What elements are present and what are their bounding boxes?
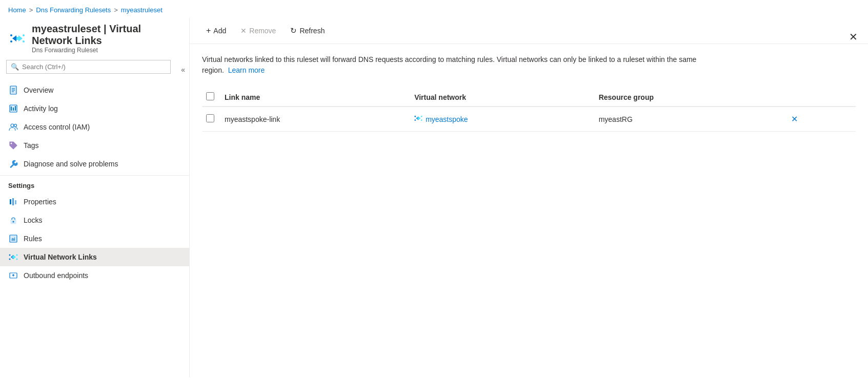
svg-point-15 <box>11 124 14 127</box>
tag-icon <box>8 140 18 151</box>
outbound-icon <box>8 270 18 281</box>
delete-cell: ✕ <box>783 107 856 132</box>
wrench-icon <box>8 159 18 169</box>
svg-rect-19 <box>12 198 14 205</box>
svg-point-31 <box>415 116 416 117</box>
svg-rect-13 <box>13 108 14 111</box>
svg-point-3 <box>23 34 25 36</box>
nav-items: Overview Activity log <box>0 81 189 377</box>
document-icon <box>8 85 18 95</box>
svg-text:ai: ai <box>11 237 15 242</box>
svg-point-28 <box>16 254 18 256</box>
vnet-link-icon <box>414 114 422 124</box>
select-all-header <box>202 88 220 107</box>
virtual-network-link[interactable]: myeastspoke <box>414 114 589 124</box>
sidebar-item-locks-label: Locks <box>24 216 43 224</box>
sidebar-item-outbound-endpoints[interactable]: Outbound endpoints <box>0 266 189 285</box>
sidebar-item-activity-log[interactable]: Activity log <box>0 99 189 118</box>
virtual-network-cell: myeastspoke <box>410 107 595 132</box>
sidebar-item-rules[interactable]: ai Rules <box>0 229 189 248</box>
activity-icon <box>8 103 18 114</box>
sidebar-item-vnet-links-label: Virtual Network Links <box>24 253 97 261</box>
remove-button[interactable]: ✕ Remove <box>234 24 282 38</box>
sidebar-item-outbound-label: Outbound endpoints <box>24 271 88 280</box>
search-input[interactable] <box>22 63 166 71</box>
resource-group-cell: myeastRG <box>595 107 783 132</box>
sidebar-item-rules-label: Rules <box>24 235 42 243</box>
resource-name: myeastruleset | Virtual Network Links <box>32 23 181 47</box>
resource-icon <box>8 29 27 48</box>
close-button[interactable]: ✕ <box>849 31 858 43</box>
lock-icon <box>8 215 18 225</box>
rules-icon: ai <box>8 234 18 244</box>
delete-row-button[interactable]: ✕ <box>787 112 802 126</box>
breadcrumb: Home > Dns Forwarding Rulesets > myeastr… <box>0 0 868 18</box>
svg-point-1 <box>10 34 12 36</box>
svg-point-26 <box>9 254 11 256</box>
main-content: + Add ✕ Remove ↻ Refresh Virtual network… <box>190 18 868 377</box>
sidebar-item-properties-label: Properties <box>24 198 56 206</box>
svg-rect-14 <box>15 106 16 111</box>
virtual-network-header: Virtual network <box>410 88 595 107</box>
svg-point-2 <box>10 40 12 43</box>
row-checkbox-cell <box>202 107 220 132</box>
svg-point-32 <box>415 119 416 121</box>
sidebar-item-virtual-network-links[interactable]: Virtual Network Links <box>0 248 189 266</box>
toolbar: + Add ✕ Remove ↻ Refresh <box>190 18 868 44</box>
resource-title: myeastruleset | Virtual Network Links Dn… <box>32 23 181 54</box>
svg-point-22 <box>13 221 14 223</box>
content-area: Virtual networks linked to this ruleset … <box>190 44 868 377</box>
link-name-cell: myeastspoke-link <box>220 107 410 132</box>
link-name-header: Link name <box>220 88 410 107</box>
settings-section-label: Settings <box>0 175 189 193</box>
sidebar-item-diagnose[interactable]: Diagnose and solve problems <box>0 155 189 173</box>
sidebar-item-overview[interactable]: Overview <box>0 81 189 99</box>
breadcrumb-dns-rulesets[interactable]: Dns Forwarding Rulesets <box>36 6 111 14</box>
remove-icon: ✕ <box>240 27 247 35</box>
properties-icon <box>8 197 18 207</box>
sidebar-header: myeastruleset | Virtual Network Links Dn… <box>0 18 189 60</box>
search-icon: 🔍 <box>11 63 19 71</box>
sidebar-item-tags-label: Tags <box>24 141 39 150</box>
svg-rect-18 <box>10 199 11 204</box>
learn-more-link[interactable]: Learn more <box>228 66 265 74</box>
sidebar: myeastruleset | Virtual Network Links Dn… <box>0 18 190 377</box>
row-checkbox[interactable] <box>206 114 214 122</box>
breadcrumb-current[interactable]: myeastruleset <box>121 6 163 14</box>
svg-point-33 <box>421 116 422 117</box>
search-box[interactable]: 🔍 <box>6 60 171 74</box>
table-row: myeastspoke-link <box>202 107 856 132</box>
people-icon <box>8 122 18 132</box>
sidebar-item-tags[interactable]: Tags <box>0 136 189 155</box>
select-all-checkbox[interactable] <box>206 92 214 100</box>
svg-point-29 <box>16 259 18 260</box>
svg-point-16 <box>14 124 17 127</box>
sidebar-item-diagnose-label: Diagnose and solve problems <box>24 160 118 168</box>
info-text: Virtual networks linked to this ruleset … <box>202 54 715 76</box>
resource-group-header: Resource group <box>595 88 783 107</box>
breadcrumb-home[interactable]: Home <box>8 6 26 14</box>
sidebar-item-properties[interactable]: Properties <box>0 193 189 211</box>
sidebar-item-iam-label: Access control (IAM) <box>24 123 90 131</box>
actions-header <box>783 88 856 107</box>
svg-rect-12 <box>11 107 12 111</box>
svg-point-17 <box>11 143 12 144</box>
resource-subtitle: Dns Forwarding Ruleset <box>32 47 181 54</box>
collapse-button[interactable]: « <box>177 63 189 76</box>
sidebar-item-locks[interactable]: Locks <box>0 211 189 229</box>
sidebar-item-overview-label: Overview <box>24 86 53 94</box>
add-button[interactable]: + Add <box>200 23 232 38</box>
svg-rect-20 <box>15 200 16 204</box>
svg-point-4 <box>23 40 25 43</box>
refresh-button[interactable]: ↻ Refresh <box>284 23 331 38</box>
sidebar-item-activity-label: Activity log <box>24 104 58 113</box>
refresh-icon: ↻ <box>290 26 297 35</box>
svg-point-34 <box>421 119 422 121</box>
svg-point-27 <box>9 259 11 260</box>
vnet-icon <box>8 252 18 262</box>
add-icon: + <box>206 26 211 35</box>
virtual-network-links-table: Link name Virtual network Resource group… <box>202 88 856 132</box>
sidebar-item-access-control[interactable]: Access control (IAM) <box>0 118 189 136</box>
sidebar-search-row: 🔍 « <box>0 60 189 79</box>
